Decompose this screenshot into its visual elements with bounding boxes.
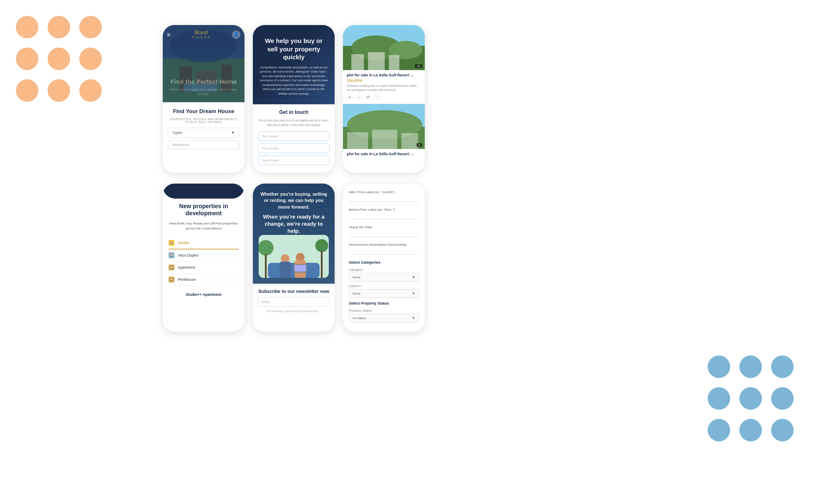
top-row: ≡ Royal VILLAS 👤 Find the Perfect Home W… xyxy=(163,25,794,173)
help-hero-desc: Competence, exclusivity and passion, as … xyxy=(260,66,328,96)
listing-item-2[interactable]: 9 plot for sale in La Sella Golf Resort … xyxy=(343,104,425,160)
penthouse-icon: 🏠 xyxy=(169,277,174,282)
svg-rect-24 xyxy=(321,251,323,278)
svg-rect-6 xyxy=(184,83,217,92)
compare-icon[interactable]: ⇄ xyxy=(365,94,371,100)
listed-in-label: Listed In xyxy=(349,284,419,288)
listing-price-1: 218,000€ xyxy=(347,78,421,83)
hoa-fee-label: Homeowners Association Fee(monthly) xyxy=(349,243,419,247)
svg-rect-13 xyxy=(389,55,399,70)
svg-point-21 xyxy=(259,240,274,255)
hamburger-icon[interactable]: ≡ xyxy=(167,31,170,38)
newprop-subtitle: New Build, Key Ready and Off-Plan proper… xyxy=(169,221,239,231)
subscribe-body: Subscribe to our newsletter now Email By… xyxy=(253,284,335,318)
atico-label: Atico Duplex xyxy=(178,253,199,257)
svg-rect-23 xyxy=(265,254,267,278)
photo-count-1: 10 xyxy=(415,64,422,68)
studio-label: Studio xyxy=(178,241,189,245)
svg-rect-12 xyxy=(368,52,385,70)
email-input[interactable]: Your Email xyxy=(258,144,330,153)
svg-rect-27 xyxy=(280,262,291,278)
card-listings: 10 plot for sale in La Sella Golf Resort… xyxy=(343,25,425,173)
subscribe-hero: Whether you're buying, selling or rentin… xyxy=(253,184,335,284)
atico-icon: 🏠 xyxy=(169,252,174,258)
decorative-dots-blue xyxy=(708,355,794,441)
prop-item-apartment[interactable]: 🏠 Apartment xyxy=(169,262,239,274)
subscribe-title: Subscribe to our newsletter now xyxy=(258,289,330,294)
card-help-buy: We help you buy or sell your property qu… xyxy=(253,25,335,173)
listing-item-1[interactable]: 10 plot for sale in La Sella Golf Resort… xyxy=(343,25,425,103)
decorative-dots-orange xyxy=(16,16,102,102)
listing-body-1: plot for sale in La Sella Golf Resort … … xyxy=(343,70,425,103)
next-icon[interactable]: › xyxy=(374,94,380,100)
svg-rect-17 xyxy=(347,132,368,149)
listed-in-select[interactable]: None ▼ xyxy=(349,289,419,298)
before-price-input[interactable] xyxy=(349,214,419,219)
after-price-field: After Price Label (ex: "/month") xyxy=(349,190,419,202)
svg-point-28 xyxy=(296,253,305,262)
contact-desc: Fill out this form and one of our agents… xyxy=(258,118,330,127)
card-new-properties: New properties in development New Build,… xyxy=(163,184,245,332)
newprop-body: New properties in development New Build,… xyxy=(163,197,245,289)
contact-title: Get in touch xyxy=(258,109,330,115)
card-royal-villas: ≡ Royal VILLAS 👤 Find the Perfect Home W… xyxy=(163,25,245,173)
apartment-label: Apartment xyxy=(178,265,195,270)
bookmark-icon[interactable]: ★ xyxy=(347,94,353,100)
listing-actions-1: ★ ⇨ ⇄ › xyxy=(347,94,421,100)
royal-nav: ≡ Royal VILLAS 👤 xyxy=(167,29,240,40)
listing-title-1: plot for sale in La Sella Golf Resort … xyxy=(347,73,421,77)
category-label: Category xyxy=(349,268,419,272)
user-icon[interactable]: 👤 xyxy=(232,30,240,39)
subscribe-fine-print: By continuing, you accept the privacy po… xyxy=(258,309,330,313)
royal-logo: Royal VILLAS xyxy=(192,29,210,40)
find-dream-title: Find Your Dream House xyxy=(168,108,240,114)
listing-image-1: 10 xyxy=(343,25,425,70)
listing-desc-1: Fantastic building plot in a quiet resid… xyxy=(347,84,421,92)
types-select[interactable]: Types ▼ xyxy=(168,128,240,138)
hoa-fee-field: Homeowners Association Fee(monthly) xyxy=(349,243,419,255)
property-status-select[interactable]: no status ▼ xyxy=(349,314,419,323)
royal-body: Find Your Dream House PROPERTIES, HOUSES… xyxy=(163,102,245,155)
property-status-label: Property Status xyxy=(349,309,419,312)
before-price-field: Before Price Label (ex: "from ") xyxy=(349,208,419,219)
yearly-tax-label: Yearly Tax Rate xyxy=(349,225,419,229)
phone-input[interactable]: Your Phone xyxy=(258,156,330,165)
penthouse-label: Penthouse xyxy=(178,277,196,282)
after-price-label: After Price Label (ex: "/month") xyxy=(349,190,419,194)
prop-item-studio[interactable]: 🏠 Studio xyxy=(169,237,239,249)
svg-rect-5 xyxy=(221,65,232,92)
help-hero: We help you buy or sell your property qu… xyxy=(253,25,335,104)
email-subscribe-input[interactable]: Email xyxy=(258,297,330,307)
listing-image-2: 9 xyxy=(343,104,425,149)
apartment-icon: 🏠 xyxy=(169,265,174,270)
banner-accent xyxy=(163,184,245,199)
after-price-input[interactable] xyxy=(349,196,419,202)
bedrooms-input[interactable]: Bedrooms xyxy=(168,140,240,149)
prop-item-penthouse[interactable]: 🏠 Penthouse xyxy=(169,274,239,286)
share-icon[interactable]: ⇨ xyxy=(356,94,362,100)
name-input[interactable]: Your Name xyxy=(258,131,330,141)
hoa-fee-input[interactable] xyxy=(349,249,419,255)
couple-image xyxy=(259,235,329,278)
card-property-settings: After Price Label (ex: "/month") Before … xyxy=(343,184,425,332)
svg-rect-18 xyxy=(372,130,397,149)
property-status-title: Select Property Status xyxy=(349,301,419,305)
newprop-title: New properties in development xyxy=(169,203,239,217)
subscribe-hero-subtitle: When you're ready for a change, we're re… xyxy=(259,214,329,235)
yearly-tax-input[interactable] xyxy=(349,231,419,237)
help-hero-title: We help you buy or sell your property qu… xyxy=(260,37,328,61)
svg-rect-11 xyxy=(351,54,364,70)
royal-hero: ≡ Royal VILLAS 👤 Find the Perfect Home W… xyxy=(163,25,245,102)
photo-count-2: 9 xyxy=(416,143,422,147)
select-categories-title: Select Categories xyxy=(349,260,419,265)
before-price-label: Before Price Label (ex: "from ") xyxy=(349,208,419,212)
prop-item-atico[interactable]: 🏠 Atico Duplex xyxy=(169,249,239,262)
svg-rect-19 xyxy=(401,133,418,149)
category-select[interactable]: None ▼ xyxy=(349,273,419,282)
studio-icon: 🏠 xyxy=(169,240,174,246)
yearly-tax-field: Yearly Tax Rate xyxy=(349,225,419,237)
find-desc: PROPERTIES, HOUSES AND APARTMENTS TO BUY… xyxy=(168,118,240,123)
subscribe-hero-text: Whether you're buying, selling or rentin… xyxy=(259,191,329,210)
svg-rect-31 xyxy=(295,265,306,271)
help-body: Get in touch Fill out this form and one … xyxy=(253,104,335,173)
